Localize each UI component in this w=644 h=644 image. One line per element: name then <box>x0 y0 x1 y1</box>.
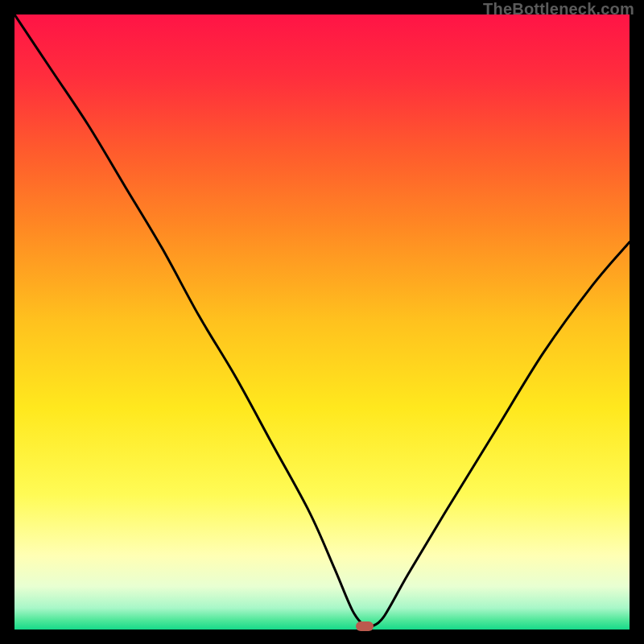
bottleneck-curve <box>14 14 630 630</box>
chart-frame: TheBottleneck.com <box>0 0 644 644</box>
optimal-point-marker <box>356 621 374 631</box>
plot-area <box>14 14 630 630</box>
